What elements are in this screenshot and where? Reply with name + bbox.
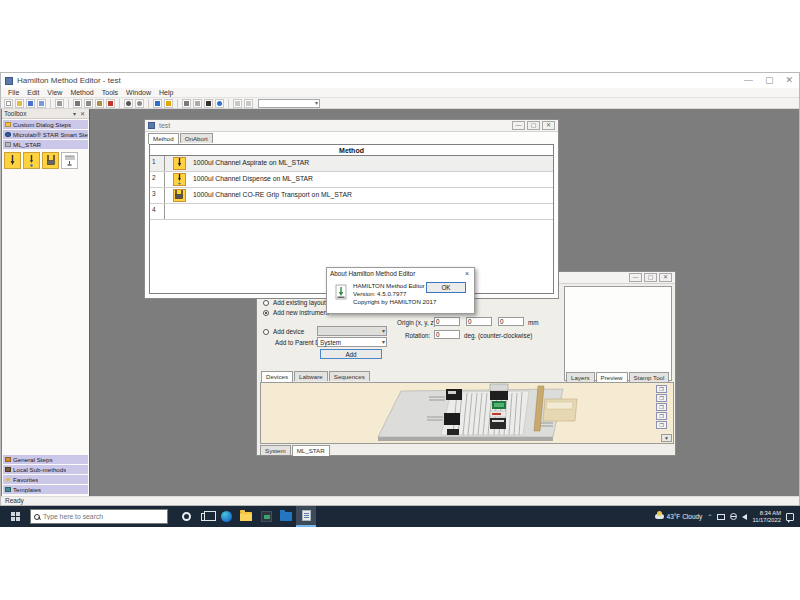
pause-icon[interactable] (164, 99, 173, 108)
hamilton-method-editor-window: Hamilton Method Editor - test — ▢ ✕ File… (0, 72, 800, 506)
parent-deck-combobox[interactable]: System (317, 337, 387, 347)
maximize-button[interactable]: ▢ (644, 273, 657, 282)
task-view-button[interactable] (196, 506, 216, 527)
close-icon[interactable]: × (463, 270, 471, 277)
minimize-button[interactable]: — (512, 121, 525, 130)
save-icon[interactable] (26, 99, 35, 108)
pinned-app-button[interactable] (256, 506, 276, 527)
toolbox-item-general-steps[interactable]: General Steps (3, 455, 88, 464)
paste-icon[interactable] (95, 99, 104, 108)
copy-icon[interactable] (84, 99, 93, 108)
run-icon[interactable] (153, 99, 162, 108)
tab-stamp-tool[interactable]: Stamp Tool (629, 372, 670, 382)
aspirate-step-icon[interactable] (4, 152, 21, 169)
origin-z-field[interactable] (498, 317, 524, 326)
tab-layers[interactable]: Layers (566, 372, 595, 382)
cut-icon[interactable] (73, 99, 82, 108)
table-row[interactable]: 1 1000ul Channel Aspirate on ML_STAR (150, 156, 553, 172)
toolbox-group-custom-dialog-steps[interactable]: Custom Dialog Steps (3, 120, 88, 129)
file-explorer-button[interactable] (236, 506, 256, 527)
open-icon[interactable] (15, 99, 24, 108)
tab-ml-star[interactable]: ML_STAR (292, 445, 330, 456)
tab-method[interactable]: Method (148, 133, 179, 144)
dispense-step-icon[interactable] (23, 152, 40, 169)
layout-icon[interactable] (233, 99, 242, 108)
toolbox-item-favorites[interactable]: Favorites (3, 475, 88, 484)
volume-tray-icon[interactable] (742, 514, 747, 520)
tab-system[interactable]: System (260, 445, 291, 455)
toolbox-group-ml-star[interactable]: ML_STAR (3, 140, 88, 149)
display-tray-icon[interactable] (717, 514, 725, 520)
taskbar-search[interactable] (30, 509, 168, 524)
toolbox-group-star-smart-steps[interactable]: Microlab® STAR Smart Steps (3, 130, 88, 139)
network-tray-icon[interactable] (730, 513, 737, 520)
bookmark-icon[interactable] (182, 99, 191, 108)
view-window-icon-4[interactable]: ❐ (656, 412, 667, 420)
maximize-button[interactable]: ▢ (765, 74, 774, 87)
tab-onabort[interactable]: OnAbort (180, 133, 213, 143)
radio-add-new-instrument[interactable] (263, 310, 269, 316)
radio-add-device[interactable] (263, 329, 269, 335)
menu-tools[interactable]: Tools (98, 89, 122, 96)
hamilton-taskbar-button[interactable] (296, 506, 316, 527)
edge-button[interactable] (216, 506, 236, 527)
tab-labware[interactable]: Labware (294, 371, 328, 381)
menu-help[interactable]: Help (155, 89, 177, 96)
close-button[interactable]: ✕ (542, 121, 555, 130)
documents-app-button[interactable] (276, 506, 296, 527)
tip-rack-step-icon[interactable] (61, 152, 78, 169)
view-window-icon-1[interactable]: ❐ (656, 385, 667, 393)
menu-method[interactable]: Method (66, 89, 97, 96)
menu-view[interactable]: View (43, 89, 66, 96)
cortana-button[interactable] (176, 506, 196, 527)
find-next-icon[interactable] (135, 99, 144, 108)
close-button[interactable]: ✕ (785, 74, 793, 87)
clock[interactable]: 8:34 AM 11/17/2022 (752, 510, 781, 523)
toolbox-item-templates[interactable]: Templates (3, 485, 88, 494)
menu-edit[interactable]: Edit (23, 89, 43, 96)
toolbar-combobox[interactable] (258, 99, 320, 108)
print-icon[interactable] (55, 99, 64, 108)
grid-icon[interactable] (244, 99, 253, 108)
new-icon[interactable] (4, 99, 13, 108)
rotation-field[interactable] (434, 330, 460, 339)
weather-widget[interactable]: 43°F Cloudy (655, 513, 703, 520)
chevron-down-icon[interactable]: ▾ (71, 110, 78, 117)
start-button[interactable] (0, 506, 30, 527)
pointer-icon[interactable] (204, 99, 213, 108)
table-row[interactable]: 3 1000ul Channel CO-RE Grip Transport on… (150, 188, 553, 204)
origin-x-field[interactable] (434, 317, 460, 326)
minimize-button[interactable]: — (629, 273, 642, 282)
deck-3d-view[interactable]: ❐ ❐ ❐ ❐ ❐ ▼ (260, 382, 674, 444)
close-button[interactable]: ✕ (659, 273, 672, 282)
scroll-down-icon[interactable]: ▼ (661, 434, 672, 442)
table-row[interactable]: 2 1000ul Channel Dispense on ML_STAR (150, 172, 553, 188)
help-icon[interactable] (215, 99, 224, 108)
view-window-icon-5[interactable]: ❐ (656, 421, 667, 429)
minimize-button[interactable]: — (744, 74, 753, 87)
grip-transport-step-icon[interactable] (42, 152, 59, 169)
breakpoint-icon[interactable] (193, 99, 202, 108)
delete-icon[interactable] (106, 99, 115, 108)
hidden-icons-chevron[interactable]: ⌃ (707, 513, 712, 520)
menu-window[interactable]: Window (122, 89, 155, 96)
tab-devices[interactable]: Devices (261, 371, 293, 382)
menu-file[interactable]: File (4, 89, 23, 96)
star-icon (5, 477, 11, 482)
view-window-icon-3[interactable]: ❐ (656, 403, 667, 411)
action-center-icon[interactable] (786, 513, 794, 521)
maximize-button[interactable]: ▢ (527, 121, 540, 130)
view-window-icon-2[interactable]: ❐ (656, 394, 667, 402)
close-icon[interactable]: ✕ (78, 110, 87, 117)
toolbox-item-local-sub-methods[interactable]: Local Sub-methods (3, 465, 88, 474)
save-all-icon[interactable] (37, 99, 46, 108)
origin-y-field[interactable] (466, 317, 492, 326)
tab-sequences[interactable]: Sequences (329, 371, 370, 381)
device-combobox[interactable] (317, 326, 387, 336)
radio-add-existing-layout[interactable] (263, 300, 269, 306)
ok-button[interactable]: OK (426, 282, 466, 293)
table-row[interactable]: 4 (150, 204, 553, 220)
search-input[interactable] (43, 513, 153, 520)
add-button[interactable]: Add (320, 349, 382, 359)
find-icon[interactable] (124, 99, 133, 108)
